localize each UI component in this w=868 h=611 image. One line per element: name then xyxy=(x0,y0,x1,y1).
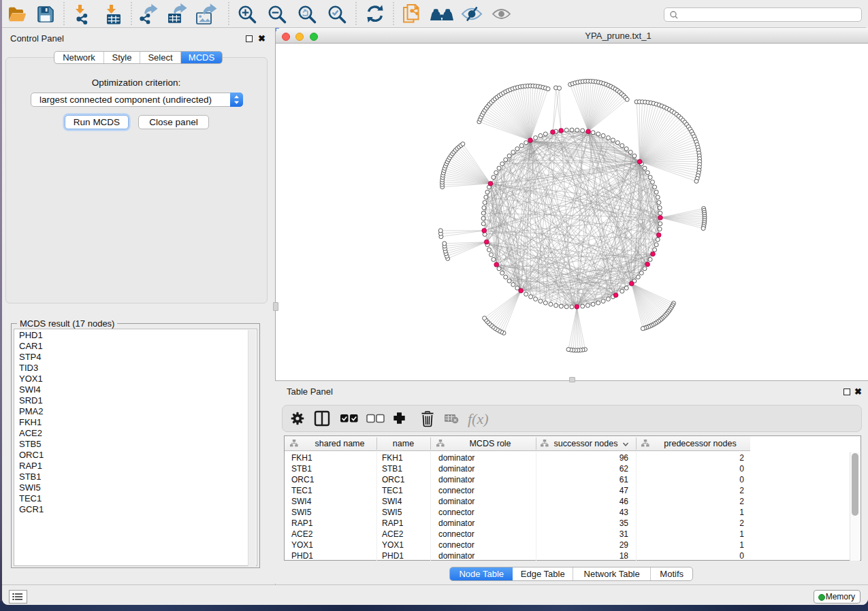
svg-text:f(x): f(x) xyxy=(468,410,489,427)
